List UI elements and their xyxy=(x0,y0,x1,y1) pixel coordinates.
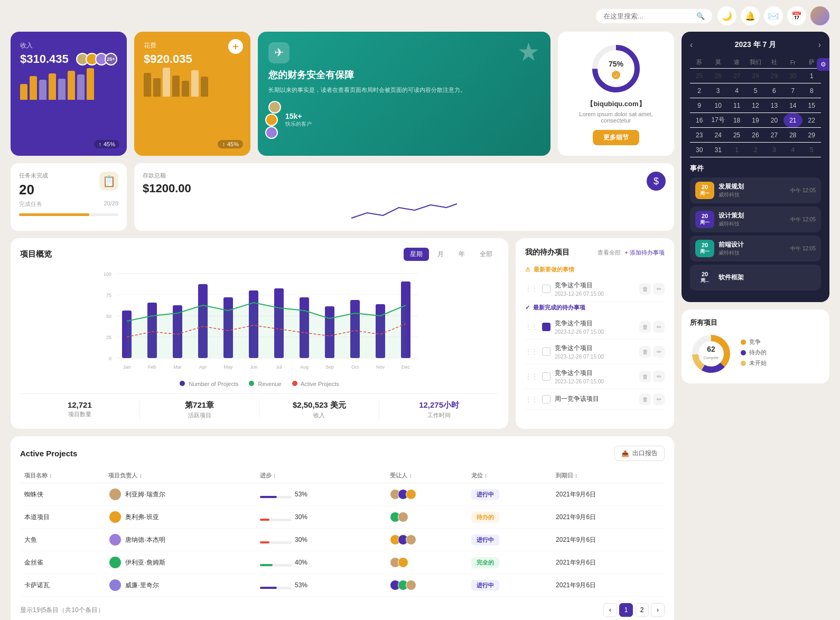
drag-handle-4[interactable]: ⋮⋮ xyxy=(525,373,538,380)
fav3 xyxy=(265,126,278,139)
todo-delete-3[interactable]: 🗑 xyxy=(639,346,651,358)
todo-check-3[interactable] xyxy=(542,347,550,356)
cal-day-13[interactable]: 13 xyxy=(765,98,783,113)
cal-day-15[interactable]: 15 xyxy=(802,98,821,113)
cal-day-20[interactable]: 20 xyxy=(765,113,783,128)
cal-next-button[interactable]: › xyxy=(818,40,821,50)
cal-day-24[interactable]: 24 xyxy=(708,128,727,143)
col-progress: 进步 ↕ xyxy=(256,468,386,483)
cal-day-19[interactable]: 19 xyxy=(746,113,764,128)
drag-handle-5[interactable]: ⋮⋮ xyxy=(525,396,538,403)
cal-day-25[interactable]: 25 xyxy=(727,128,746,143)
calendar-button[interactable]: 📅 xyxy=(787,6,806,25)
cal-day-5[interactable]: 5 xyxy=(746,83,764,98)
user-avatar[interactable] xyxy=(810,6,829,25)
ebar-5 xyxy=(182,81,189,97)
legend-pending-label: 待办的 xyxy=(749,349,767,356)
cal-day-30[interactable]: 30 xyxy=(690,143,708,157)
notifications-button[interactable]: 🔔 xyxy=(741,6,760,25)
row3-status: 进行中 xyxy=(467,529,552,551)
row2-due: 2021年9月6日 xyxy=(552,506,665,529)
todo-content-4: 竞争这个项目 2023-12-26 07:15:00 xyxy=(555,369,635,384)
cal-day-next2[interactable]: 2 xyxy=(746,143,764,157)
cal-day-4[interactable]: 4 xyxy=(727,83,746,98)
cal-week-3: 9 10 11 12 13 14 15 xyxy=(690,98,821,113)
todo-check-2[interactable] xyxy=(542,323,550,331)
cal-day-prev[interactable]: 29 xyxy=(765,69,783,83)
drag-handle-3[interactable]: ⋮⋮ xyxy=(525,348,538,355)
cal-day-prev[interactable]: 30 xyxy=(783,69,802,83)
next-page-button[interactable]: › xyxy=(651,603,665,617)
cal-day-16[interactable]: 16 xyxy=(690,113,708,128)
tab-month[interactable]: 月 xyxy=(431,248,450,261)
cal-day-9[interactable]: 9 xyxy=(690,98,708,113)
svg-text:Oct: Oct xyxy=(351,364,359,370)
revenue-bar-chart xyxy=(20,73,117,100)
col-manager: 项目负责人 ↕ xyxy=(104,468,256,483)
todo-edit-2[interactable]: ✏ xyxy=(653,321,665,333)
tasks-num: 20 xyxy=(19,182,48,198)
add-expense-button[interactable]: + xyxy=(228,39,243,54)
cal-day-14[interactable]: 14 xyxy=(783,98,802,113)
drag-handle-2[interactable]: ⋮⋮ xyxy=(525,323,538,331)
settings-cog[interactable]: ⚙ xyxy=(817,58,829,71)
row1-progress: 53% xyxy=(256,483,386,506)
cal-day-8[interactable]: 8 xyxy=(802,83,821,98)
cal-day-22[interactable]: 22 xyxy=(802,113,821,128)
search-input[interactable] xyxy=(603,12,692,20)
cal-day-next4[interactable]: 4 xyxy=(783,143,802,157)
cal-day-31[interactable]: 31 xyxy=(708,143,727,157)
svg-text:Apr: Apr xyxy=(199,364,207,370)
todo-delete-4[interactable]: 🗑 xyxy=(639,371,651,382)
cal-day-next1[interactable]: 1 xyxy=(727,143,746,157)
cal-day-6[interactable]: 6 xyxy=(765,83,783,98)
theme-toggle-button[interactable]: 🌙 xyxy=(717,6,736,25)
cal-day-23[interactable]: 23 xyxy=(690,128,708,143)
cal-day-28[interactable]: 28 xyxy=(783,128,802,143)
todo-edit-3[interactable]: ✏ xyxy=(653,346,665,358)
cal-day-2[interactable]: 2 xyxy=(690,83,708,98)
cal-day-today[interactable]: 21 xyxy=(783,113,802,128)
tab-all[interactable]: 全部 xyxy=(473,248,499,261)
cal-day-next5[interactable]: 5 xyxy=(802,143,821,157)
todo-delete-1[interactable]: 🗑 xyxy=(639,283,651,295)
cal-day-3[interactable]: 3 xyxy=(708,83,727,98)
todo-check-4[interactable] xyxy=(542,372,550,381)
more-details-button[interactable]: 更多细节 xyxy=(593,130,639,145)
todo-edit-1[interactable]: ✏ xyxy=(653,283,665,295)
todo-check-1[interactable] xyxy=(542,285,550,293)
cal-day-29[interactable]: 29 xyxy=(802,128,821,143)
cal-day-10[interactable]: 10 xyxy=(708,98,727,113)
todo-check-5[interactable] xyxy=(542,395,550,403)
cal-day-1[interactable]: 1 xyxy=(802,69,821,83)
prev-page-button[interactable]: ‹ xyxy=(603,603,617,617)
cal-day-prev[interactable]: 25 xyxy=(690,69,708,83)
todo-view-all[interactable]: 查看全部 xyxy=(598,249,621,257)
tab-week[interactable]: 星期 xyxy=(404,248,429,261)
cal-day-next3[interactable]: 3 xyxy=(765,143,783,157)
cal-day-7[interactable]: 7 xyxy=(783,83,802,98)
search-box[interactable]: 🔍 xyxy=(596,9,712,23)
cal-day-11[interactable]: 11 xyxy=(727,98,746,113)
cal-prev-button[interactable]: ‹ xyxy=(690,40,693,50)
export-button[interactable]: 📤 出口报告 xyxy=(614,446,665,461)
cal-day-prev[interactable]: 28 xyxy=(746,69,764,83)
av3 xyxy=(406,489,416,500)
drag-handle-1[interactable]: ⋮⋮ xyxy=(525,285,538,293)
cal-day-prev[interactable]: 27 xyxy=(727,69,746,83)
mail-button[interactable]: ✉️ xyxy=(764,6,783,25)
cal-day-26[interactable]: 26 xyxy=(746,128,764,143)
cal-day-17[interactable]: 17号 xyxy=(708,113,727,128)
todo-edit-4[interactable]: ✏ xyxy=(653,371,665,382)
cal-day-27[interactable]: 27 xyxy=(765,128,783,143)
todo-edit-5[interactable]: ✏ xyxy=(653,393,665,405)
cal-day-prev[interactable]: 26 xyxy=(708,69,727,83)
page-2-button[interactable]: 2 xyxy=(635,603,649,617)
cal-day-18[interactable]: 18 xyxy=(727,113,746,128)
page-1-button[interactable]: 1 xyxy=(619,603,633,617)
cal-day-12[interactable]: 12 xyxy=(746,98,764,113)
tab-year[interactable]: 年 xyxy=(452,248,471,261)
todo-delete-2[interactable]: 🗑 xyxy=(639,321,651,333)
todo-add-button[interactable]: + 添加待办事项 xyxy=(625,249,665,257)
todo-delete-5[interactable]: 🗑 xyxy=(639,393,651,405)
